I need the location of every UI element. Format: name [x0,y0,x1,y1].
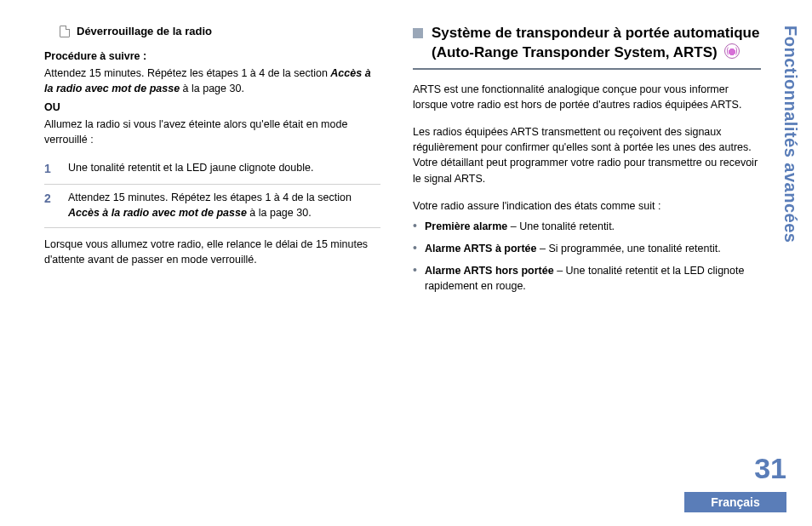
step2-text-b: à la page 30. [247,207,312,219]
radio-signal-icon [724,43,740,59]
section-divider [413,68,761,70]
list-item-sep: – [507,220,519,232]
left-paragraph-2: Allumez la radio si vous l'avez éteinte … [44,117,380,147]
list-item-label: Alarme ARTS hors portée [425,265,554,277]
step2-text-a: Attendez 15 minutes. Répétez les étapes … [68,192,352,203]
left-footer-paragraph: Lorsque vous allumez votre radio, elle r… [44,237,380,267]
chapter-side-tab: Fonctionnalités avancées [781,26,800,243]
step-text: Une tonalité retentit et la LED jaune cl… [68,160,380,177]
manual-page: Déverrouillage de la radio Procédure à s… [0,0,812,526]
left-paragraph-1: Attendez 15 minutes. Répétez les étapes … [44,66,380,96]
list-item-text: Si programmée, une tonalité retentit. [548,243,720,254]
right-column: Système de transpondeur à portée automat… [413,24,761,300]
section-bullet-icon [413,28,423,38]
list-item-sep: – [537,243,549,254]
left-p1-text-a: Attendez 15 minutes. Répétez les étapes … [44,67,330,79]
or-label: OU [44,100,380,115]
page-number: 31 [754,452,786,485]
step-text: Attendez 15 minutes. Répétez les étapes … [68,190,380,220]
step-number: 2 [44,190,56,220]
list-item-text: Une tonalité retentit. [519,220,615,232]
language-tab: Français [684,492,786,512]
left-subheading-row: Déverrouillage de la radio [60,24,380,40]
left-subheading: Déverrouillage de la radio [77,24,212,40]
right-paragraph-2: Les radios équipées ARTS transmettent ou… [413,124,761,186]
step-number: 1 [44,160,56,177]
list-item-sep: – [554,265,566,277]
procedure-label: Procédure à suivre : [44,49,380,64]
status-list: Première alarme – Une tonalité retentit.… [413,219,761,294]
step-item: 2 Attendez 15 minutes. Répétez les étape… [44,184,380,228]
right-paragraph-3: Votre radio assure l'indication des état… [413,198,761,214]
left-p1-text-b: à la page 30. [180,83,244,94]
section-heading: Système de transpondeur à portée automat… [432,24,761,63]
step2-link: Accès à la radio avec mot de passe [68,207,247,219]
steps-list: 1 Une tonalité retentit et la LED jaune … [44,155,380,229]
list-item: Première alarme – Une tonalité retentit. [413,219,761,234]
content-columns: Déverrouillage de la radio Procédure à s… [0,0,812,300]
list-item: Alarme ARTS à portée – Si programmée, un… [413,241,761,256]
section-heading-row: Système de transpondeur à portée automat… [413,24,761,63]
list-item-label: Alarme ARTS à portée [425,243,537,254]
right-paragraph-1: ARTS est une fonctionnalité analogique c… [413,82,761,112]
list-item-label: Première alarme [425,220,507,232]
document-icon [60,26,70,37]
list-item: Alarme ARTS hors portée – Une tonalité r… [413,263,761,294]
left-column: Déverrouillage de la radio Procédure à s… [44,24,380,300]
section-heading-text: Système de transpondeur à portée automat… [432,25,759,60]
step-item: 1 Une tonalité retentit et la LED jaune … [44,155,380,184]
